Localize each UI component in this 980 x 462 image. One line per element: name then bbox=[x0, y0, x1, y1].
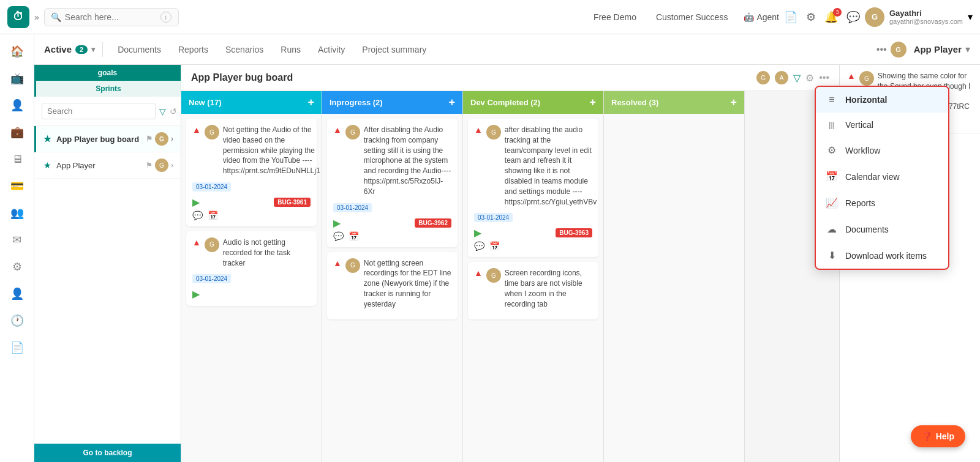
info-icon[interactable]: i bbox=[160, 12, 172, 23]
kanban-col-resolved: Resolved (3) + bbox=[604, 91, 745, 462]
settings-icon[interactable]: ⚙ bbox=[806, 10, 816, 24]
help-button[interactable]: ❓ Help bbox=[911, 425, 965, 447]
agent-icon: 🤖 bbox=[744, 12, 754, 22]
logo[interactable]: ⏱ bbox=[7, 6, 29, 28]
sidebar-item-doc[interactable]: 📄 bbox=[5, 335, 29, 360]
subnav-reports[interactable]: Reports bbox=[171, 42, 216, 57]
sidebar-item-home[interactable]: 🏠 bbox=[5, 39, 29, 64]
card-screen-rec[interactable]: ▲ G Not getting screen recordings for th… bbox=[327, 252, 458, 319]
calendar-icon-ip[interactable]: 📅 bbox=[349, 231, 359, 241]
chat-avatar: G bbox=[859, 71, 874, 86]
sidebar-item-clock[interactable]: 🕐 bbox=[5, 308, 29, 333]
board-container: App Player bug board G A ▽ ⚙ ••• New (17 bbox=[181, 65, 839, 462]
menu-item-horizontal[interactable]: ≡ Horizontal bbox=[816, 87, 948, 113]
nav-expand-icon[interactable]: » bbox=[34, 12, 39, 22]
card-screen-zoom[interactable]: ▲ G Screen recording icons, time bars ar… bbox=[468, 262, 598, 319]
help-label: Help bbox=[936, 431, 954, 441]
menu-item-reports[interactable]: 📈 Reports bbox=[816, 190, 948, 216]
sprint-item-arrow[interactable]: › bbox=[171, 135, 173, 143]
col-new-add[interactable]: + bbox=[307, 96, 314, 109]
sprint-item-menu[interactable]: ⚑ bbox=[146, 135, 153, 143]
subnav-activity[interactable]: Activity bbox=[311, 42, 352, 57]
card-text-2: Audio is not getting recorded for the ta… bbox=[223, 237, 311, 268]
col-dev-add[interactable]: + bbox=[589, 96, 596, 109]
play-icon[interactable]: ▶ bbox=[192, 196, 200, 208]
star-icon: ★ bbox=[43, 134, 51, 144]
sidebar-item-mail[interactable]: ✉ bbox=[5, 228, 29, 252]
subnav-scenarios[interactable]: Scenarios bbox=[218, 42, 271, 57]
sidebar-item-monitor[interactable]: 🖥 bbox=[5, 147, 29, 171]
menu-item-vertical[interactable]: ||| Vertical bbox=[816, 113, 948, 137]
ellipsis-icon[interactable]: ••• bbox=[876, 44, 887, 55]
subnav-runs[interactable]: Runs bbox=[273, 42, 308, 57]
notification-icon[interactable]: 🔔3 bbox=[824, 10, 838, 24]
chat-icon-dev[interactable]: 💬 bbox=[474, 241, 484, 251]
card-bug-3961[interactable]: ▲ G Not getting the Audio of the video b… bbox=[186, 119, 317, 226]
sprint-search-input[interactable] bbox=[42, 103, 156, 119]
message-icon[interactable]: 💬 bbox=[846, 10, 860, 24]
sprint-item-arrow-2[interactable]: › bbox=[171, 161, 173, 170]
document-icon[interactable]: 📄 bbox=[784, 10, 797, 24]
backlog-tab-label[interactable]: Go to backlog bbox=[83, 449, 132, 457]
menu-item-vertical-label: Vertical bbox=[845, 120, 873, 130]
priority-icon-ip-2: ▲ bbox=[333, 258, 342, 268]
project-dropdown-arrow[interactable]: ▾ bbox=[965, 43, 970, 55]
active-dropdown-arrow[interactable]: ▾ bbox=[91, 45, 95, 54]
user-dropdown-arrow[interactable]: ▾ bbox=[968, 11, 973, 23]
play-icon-dev[interactable]: ▶ bbox=[474, 227, 481, 239]
play-icon-2[interactable]: ▶ bbox=[192, 288, 200, 300]
menu-item-calendar-label: Calendar view bbox=[845, 172, 900, 182]
sprints-tab-label[interactable]: Sprints bbox=[96, 84, 121, 93]
goals-tab-label[interactable]: goals bbox=[98, 69, 117, 77]
agent-button[interactable]: 🤖 Agent bbox=[744, 12, 779, 22]
card-top: ▲ G Not getting the Audio of the video b… bbox=[192, 125, 311, 176]
menu-item-workflow[interactable]: ⚙ Workflow bbox=[816, 137, 948, 163]
user-info[interactable]: G Gayathri gayathri@snovasys.com ▾ bbox=[865, 7, 973, 27]
board-filter-icon[interactable]: ▽ bbox=[793, 72, 801, 84]
menu-item-download[interactable]: ⬇ Download work items bbox=[816, 242, 948, 269]
sidebar-item-tv[interactable]: 📺 bbox=[5, 66, 29, 91]
board-title: App Player bug board bbox=[191, 72, 293, 83]
card-date-2: 03-01-2024 bbox=[192, 274, 231, 283]
sprint-refresh-icon[interactable]: ↺ bbox=[170, 106, 177, 116]
sidebar-item-card[interactable]: 💳 bbox=[5, 174, 29, 198]
calendar-icon-dev[interactable]: 📅 bbox=[489, 241, 500, 251]
search-input[interactable] bbox=[65, 12, 157, 22]
board-settings-icon[interactable]: ⚙ bbox=[805, 72, 814, 84]
subnav-documents[interactable]: Documents bbox=[110, 42, 168, 57]
col-inprogress-add[interactable]: + bbox=[448, 96, 455, 109]
sidebar-item-user[interactable]: 👤 bbox=[5, 93, 29, 117]
sprint-item-bug-board[interactable]: ★ App Player bug board ⚑ G › bbox=[34, 126, 181, 152]
chat-icon[interactable]: 💬 bbox=[192, 211, 203, 220]
board-more-icon[interactable]: ••• bbox=[819, 72, 829, 83]
active-badge[interactable]: Active 2 ▾ bbox=[44, 44, 95, 54]
search-bar[interactable]: 🔍 i bbox=[44, 8, 179, 26]
calendar-icon[interactable]: 📅 bbox=[208, 211, 218, 220]
sidebar-item-briefcase[interactable]: 💼 bbox=[5, 120, 29, 144]
sprint-filter-icon[interactable]: ▽ bbox=[159, 106, 166, 116]
card-audio-tracker[interactable]: ▲ G Audio is not getting recorded for th… bbox=[186, 231, 317, 306]
subnav-project-summary[interactable]: Project summary bbox=[355, 42, 434, 57]
menu-item-calendar[interactable]: 📅 Calendar view bbox=[816, 163, 948, 190]
col-inprogress-body: ▲ G After disabling the Audio tracking f… bbox=[322, 114, 462, 462]
sidebar-item-profile[interactable]: 👤 bbox=[5, 281, 29, 306]
card-bug-3962[interactable]: ▲ G After disabling the Audio tracking f… bbox=[327, 119, 458, 247]
card-text-ip: After disabling the Audio tracking from … bbox=[364, 125, 451, 197]
sprint-item-app-player[interactable]: ★ App Player ⚑ G › bbox=[34, 152, 181, 179]
sprint-item-actions: ⚑ G › bbox=[146, 132, 173, 146]
play-icon-ip[interactable]: ▶ bbox=[333, 217, 341, 229]
card-avatar-ip: G bbox=[345, 125, 360, 140]
board-header: App Player bug board G A ▽ ⚙ ••• bbox=[181, 65, 839, 91]
sidebar-item-team[interactable]: 👥 bbox=[5, 201, 29, 225]
customer-success-link[interactable]: Customer Success bbox=[652, 10, 731, 24]
card-bug-3963[interactable]: ▲ G after disabling the audio tracking a… bbox=[468, 119, 598, 257]
sprint-item-label-2: App Player bbox=[56, 161, 96, 170]
chat-icon-ip[interactable]: 💬 bbox=[333, 231, 344, 241]
free-demo-link[interactable]: Free Demo bbox=[590, 10, 640, 24]
menu-item-documents[interactable]: ☁ Documents bbox=[816, 216, 948, 242]
sprint-item-menu-2[interactable]: ⚑ bbox=[146, 161, 153, 170]
col-dev-body: ▲ G after disabling the audio tracking a… bbox=[463, 114, 603, 462]
bug-badge-ip: BUG-3962 bbox=[415, 218, 451, 228]
sidebar-item-settings[interactable]: ⚙ bbox=[5, 255, 29, 279]
col-resolved-add[interactable]: + bbox=[730, 96, 737, 109]
